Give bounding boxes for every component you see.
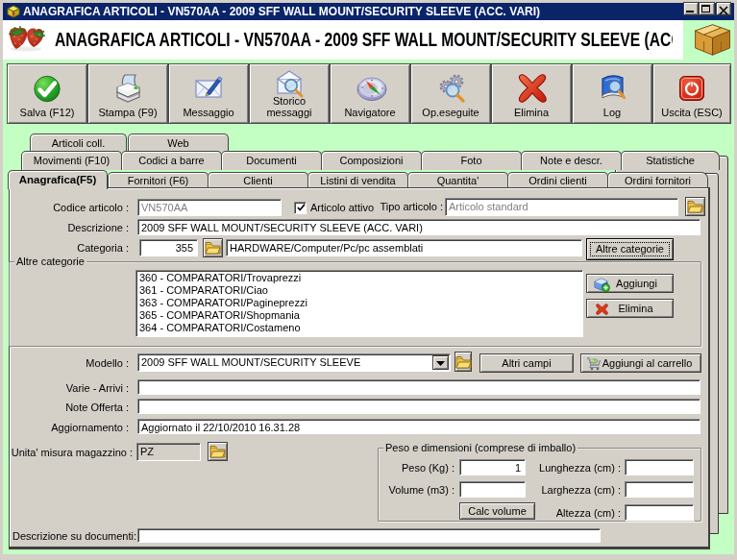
svg-text:ANAGRAFICA ARTICOLI - VN570AA: ANAGRAFICA ARTICOLI - VN570AA - 2009 SFF… (55, 29, 673, 50)
